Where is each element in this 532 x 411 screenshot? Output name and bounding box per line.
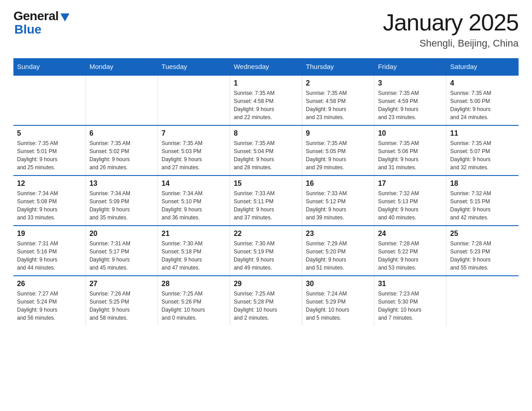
calendar-cell: 25Sunrise: 7:28 AM Sunset: 5:23 PM Dayli…: [446, 226, 519, 276]
day-number: 28: [162, 280, 226, 288]
day-info: Sunrise: 7:31 AM Sunset: 5:16 PM Dayligh…: [17, 240, 82, 272]
calendar-header-row: SundayMondayTuesdayWednesdayThursdayFrid…: [13, 58, 519, 75]
calendar-cell: 16Sunrise: 7:33 AM Sunset: 5:12 PM Dayli…: [302, 176, 374, 226]
day-info: Sunrise: 7:35 AM Sunset: 5:03 PM Dayligh…: [162, 139, 226, 171]
calendar-cell: 28Sunrise: 7:25 AM Sunset: 5:26 PM Dayli…: [158, 276, 230, 325]
day-info: Sunrise: 7:35 AM Sunset: 5:01 PM Dayligh…: [17, 139, 82, 171]
header-day-thursday: Thursday: [302, 58, 374, 75]
calendar-cell: [158, 75, 230, 125]
day-number: 15: [234, 180, 298, 188]
day-info: Sunrise: 7:28 AM Sunset: 5:22 PM Dayligh…: [378, 240, 442, 272]
day-info: Sunrise: 7:32 AM Sunset: 5:15 PM Dayligh…: [450, 189, 515, 222]
day-number: 9: [306, 129, 370, 137]
day-number: 5: [17, 129, 82, 137]
calendar-table: SundayMondayTuesdayWednesdayThursdayFrid…: [13, 58, 519, 325]
day-info: Sunrise: 7:33 AM Sunset: 5:11 PM Dayligh…: [234, 189, 298, 222]
calendar-subtitle: Shengli, Beijing, China: [383, 38, 519, 49]
calendar-cell: 22Sunrise: 7:30 AM Sunset: 5:19 PM Dayli…: [230, 226, 302, 276]
day-info: Sunrise: 7:33 AM Sunset: 5:12 PM Dayligh…: [306, 189, 370, 222]
calendar-cell: 29Sunrise: 7:25 AM Sunset: 5:28 PM Dayli…: [230, 276, 302, 325]
calendar-cell: 20Sunrise: 7:31 AM Sunset: 5:17 PM Dayli…: [86, 226, 158, 276]
day-info: Sunrise: 7:34 AM Sunset: 5:10 PM Dayligh…: [162, 189, 226, 222]
logo: General Blue: [13, 9, 69, 37]
day-number: 20: [90, 230, 154, 238]
day-number: 16: [306, 180, 370, 188]
calendar-week-row: 12Sunrise: 7:34 AM Sunset: 5:08 PM Dayli…: [13, 176, 519, 226]
calendar-cell: 12Sunrise: 7:34 AM Sunset: 5:08 PM Dayli…: [13, 176, 86, 226]
logo-triangle-icon: [60, 13, 69, 21]
header-day-tuesday: Tuesday: [158, 58, 230, 75]
header-day-monday: Monday: [86, 58, 158, 75]
day-info: Sunrise: 7:29 AM Sunset: 5:20 PM Dayligh…: [306, 240, 370, 272]
calendar-cell: 9Sunrise: 7:35 AM Sunset: 5:05 PM Daylig…: [302, 125, 374, 176]
day-info: Sunrise: 7:35 AM Sunset: 5:05 PM Dayligh…: [306, 139, 370, 171]
day-info: Sunrise: 7:24 AM Sunset: 5:29 PM Dayligh…: [306, 290, 370, 322]
day-info: Sunrise: 7:35 AM Sunset: 5:04 PM Dayligh…: [234, 139, 298, 171]
day-info: Sunrise: 7:35 AM Sunset: 4:58 PM Dayligh…: [306, 89, 370, 121]
day-info: Sunrise: 7:30 AM Sunset: 5:19 PM Dayligh…: [234, 240, 298, 272]
calendar-cell: 17Sunrise: 7:32 AM Sunset: 5:13 PM Dayli…: [374, 176, 446, 226]
calendar-cell: 14Sunrise: 7:34 AM Sunset: 5:10 PM Dayli…: [158, 176, 230, 226]
calendar-week-row: 1Sunrise: 7:35 AM Sunset: 4:58 PM Daylig…: [13, 75, 519, 125]
day-number: 3: [378, 79, 442, 87]
day-number: 23: [306, 230, 370, 238]
day-number: 17: [378, 180, 442, 188]
day-number: 11: [450, 129, 515, 137]
day-info: Sunrise: 7:25 AM Sunset: 5:28 PM Dayligh…: [234, 290, 298, 322]
day-number: 31: [378, 280, 442, 288]
day-info: Sunrise: 7:30 AM Sunset: 5:18 PM Dayligh…: [162, 240, 226, 272]
calendar-cell: 4Sunrise: 7:35 AM Sunset: 5:00 PM Daylig…: [446, 75, 519, 125]
day-number: 30: [306, 280, 370, 288]
calendar-cell: [13, 75, 86, 125]
calendar-cell: 18Sunrise: 7:32 AM Sunset: 5:15 PM Dayli…: [446, 176, 519, 226]
day-number: 12: [17, 180, 82, 188]
day-number: 27: [90, 280, 154, 288]
day-info: Sunrise: 7:26 AM Sunset: 5:25 PM Dayligh…: [90, 290, 154, 322]
day-number: 24: [378, 230, 442, 238]
calendar-cell: 5Sunrise: 7:35 AM Sunset: 5:01 PM Daylig…: [13, 125, 86, 176]
header-day-wednesday: Wednesday: [230, 58, 302, 75]
page-header: General Blue January 2025 Shengli, Beiji…: [13, 9, 519, 49]
calendar-cell: 31Sunrise: 7:23 AM Sunset: 5:30 PM Dayli…: [374, 276, 446, 325]
day-info: Sunrise: 7:32 AM Sunset: 5:13 PM Dayligh…: [378, 189, 442, 222]
calendar-cell: 6Sunrise: 7:35 AM Sunset: 5:02 PM Daylig…: [86, 125, 158, 176]
day-info: Sunrise: 7:35 AM Sunset: 5:00 PM Dayligh…: [450, 89, 515, 121]
calendar-cell: 19Sunrise: 7:31 AM Sunset: 5:16 PM Dayli…: [13, 226, 86, 276]
day-info: Sunrise: 7:25 AM Sunset: 5:26 PM Dayligh…: [162, 290, 226, 322]
day-number: 25: [450, 230, 515, 238]
day-info: Sunrise: 7:23 AM Sunset: 5:30 PM Dayligh…: [378, 290, 442, 322]
day-number: 18: [450, 180, 515, 188]
day-info: Sunrise: 7:35 AM Sunset: 5:02 PM Dayligh…: [90, 139, 154, 171]
calendar-cell: 24Sunrise: 7:28 AM Sunset: 5:22 PM Dayli…: [374, 226, 446, 276]
calendar-cell: [86, 75, 158, 125]
calendar-cell: 11Sunrise: 7:35 AM Sunset: 5:07 PM Dayli…: [446, 125, 519, 176]
calendar-cell: 1Sunrise: 7:35 AM Sunset: 4:58 PM Daylig…: [230, 75, 302, 125]
day-info: Sunrise: 7:27 AM Sunset: 5:24 PM Dayligh…: [17, 290, 82, 322]
day-info: Sunrise: 7:35 AM Sunset: 5:06 PM Dayligh…: [378, 139, 442, 171]
calendar-cell: 27Sunrise: 7:26 AM Sunset: 5:25 PM Dayli…: [86, 276, 158, 325]
day-number: 14: [162, 180, 226, 188]
calendar-week-row: 5Sunrise: 7:35 AM Sunset: 5:01 PM Daylig…: [13, 125, 519, 176]
title-block: January 2025 Shengli, Beijing, China: [383, 9, 519, 49]
calendar-cell: 30Sunrise: 7:24 AM Sunset: 5:29 PM Dayli…: [302, 276, 374, 325]
calendar-cell: 8Sunrise: 7:35 AM Sunset: 5:04 PM Daylig…: [230, 125, 302, 176]
day-number: 19: [17, 230, 82, 238]
calendar-cell: 26Sunrise: 7:27 AM Sunset: 5:24 PM Dayli…: [13, 276, 86, 325]
day-number: 8: [234, 129, 298, 137]
calendar-cell: 23Sunrise: 7:29 AM Sunset: 5:20 PM Dayli…: [302, 226, 374, 276]
day-number: 1: [234, 79, 298, 87]
day-info: Sunrise: 7:28 AM Sunset: 5:23 PM Dayligh…: [450, 240, 515, 272]
logo-blue-text: Blue: [14, 22, 42, 37]
calendar-cell: 15Sunrise: 7:33 AM Sunset: 5:11 PM Dayli…: [230, 176, 302, 226]
header-day-sunday: Sunday: [13, 58, 86, 75]
day-number: 26: [17, 280, 82, 288]
day-number: 7: [162, 129, 226, 137]
day-info: Sunrise: 7:31 AM Sunset: 5:17 PM Dayligh…: [90, 240, 154, 272]
calendar-cell: 10Sunrise: 7:35 AM Sunset: 5:06 PM Dayli…: [374, 125, 446, 176]
header-day-friday: Friday: [374, 58, 446, 75]
header-day-saturday: Saturday: [446, 58, 519, 75]
calendar-title: January 2025: [383, 9, 519, 36]
calendar-week-row: 19Sunrise: 7:31 AM Sunset: 5:16 PM Dayli…: [13, 226, 519, 276]
day-info: Sunrise: 7:35 AM Sunset: 4:58 PM Dayligh…: [234, 89, 298, 121]
day-number: 2: [306, 79, 370, 87]
